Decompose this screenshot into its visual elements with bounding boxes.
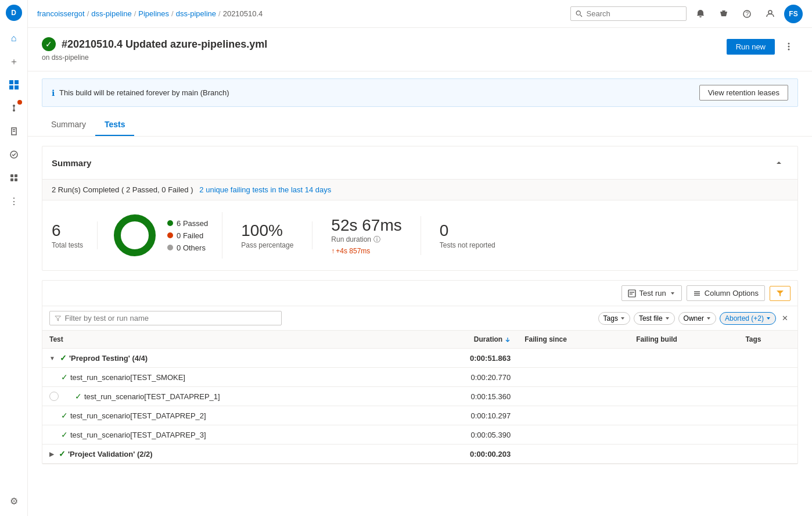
clear-filters-button[interactable]: ✕	[779, 311, 791, 325]
dataprep2-duration: 0:00:10.297	[409, 406, 518, 425]
user-avatar-small[interactable]: D	[6, 5, 22, 21]
sidebar-icon-boards[interactable]	[3, 74, 24, 95]
summary-section-title: Summary	[52, 158, 91, 168]
content-area: ✓ #20210510.4 Updated azure-pipelines.ym…	[28, 28, 812, 516]
donut-chart	[112, 212, 158, 259]
column-options-button[interactable]: Column Options	[687, 285, 765, 301]
filter-input-box[interactable]	[49, 311, 282, 325]
legend-others: 0 Others	[167, 243, 208, 252]
sidebar-icon-testplans[interactable]	[3, 144, 24, 165]
pipeline-more-options[interactable]	[779, 37, 798, 56]
col-failing-build: Failing build	[629, 331, 738, 349]
smoke-duration: 0:00:20.770	[409, 368, 518, 387]
svg-point-19	[788, 43, 790, 45]
test-dataprep1-cell: ✓ test_run_scenario[TEST_DATAPREP_1]	[42, 387, 409, 406]
expand-preprod-icon[interactable]: ▼	[49, 355, 55, 361]
aborted-filter-pill[interactable]: Aborted (+2)	[720, 312, 776, 325]
owner-filter-pill[interactable]: Owner	[678, 312, 716, 325]
table-header: Test Duration Failing since Failing buil…	[42, 331, 797, 349]
breadcrumb-org[interactable]: francoissergot	[37, 9, 85, 18]
tab-tests[interactable]: Tests	[95, 114, 135, 136]
breadcrumb-pipelines[interactable]: Pipelines	[138, 9, 169, 18]
test-table: Test Duration Failing since Failing buil…	[42, 331, 797, 464]
legend-dot-passed	[167, 220, 173, 226]
sort-icon	[505, 336, 511, 342]
stat-pass-pct: 100% Pass percentage	[222, 221, 312, 249]
summary-collapse-icon[interactable]	[770, 153, 788, 172]
check-smoke-icon: ✓	[61, 372, 68, 382]
legend-passed: 6 Passed	[167, 219, 208, 228]
duration-info-icon: ⓘ	[373, 235, 380, 245]
user-settings-icon[interactable]	[761, 5, 779, 23]
duration-number: 52s 67ms	[331, 216, 401, 235]
pipeline-title: #20210510.4 Updated azure-pipelines.yml	[62, 38, 267, 51]
group-validation-cell: ▶ ✓ 'Project Validation' (2/2)	[42, 445, 409, 464]
check-dataprep3-icon: ✓	[61, 430, 68, 439]
breadcrumb-pipeline-name[interactable]: dss-pipeline	[176, 9, 216, 18]
pass-pct-number: 100%	[241, 221, 293, 240]
svg-line-15	[580, 15, 582, 16]
col-tags: Tags	[738, 331, 797, 349]
test-file-filter-pill[interactable]: Test file	[634, 312, 675, 325]
search-icon	[576, 10, 583, 18]
donut-chart-area: 6 Passed 0 Failed 0 Others	[98, 212, 222, 259]
sidebar-icon-pipelines[interactable]	[3, 98, 24, 119]
svg-rect-2	[9, 85, 13, 89]
basket-icon[interactable]	[714, 5, 733, 23]
topnav-right: ? FS	[570, 5, 803, 23]
pipeline-title-row: ✓ #20210510.4 Updated azure-pipelines.ym…	[42, 37, 267, 51]
view-retention-leases-button[interactable]: View retention leases	[699, 85, 788, 101]
sidebar-icon-extensions[interactable]: ⋮	[3, 191, 24, 212]
sidebar-icon-add[interactable]: ＋	[3, 51, 24, 72]
pipeline-header: ✓ #20210510.4 Updated azure-pipelines.ym…	[28, 28, 812, 71]
check-validation-icon: ✓	[59, 449, 66, 458]
tags-filter-pill[interactable]: Tags	[598, 312, 630, 325]
user-avatar[interactable]: FS	[784, 5, 803, 23]
table-row: ✓ test_run_scenario[TEST_DATAPREP_1] 0:0…	[42, 387, 797, 406]
sidebar-icon-artifacts[interactable]	[3, 167, 24, 188]
svg-rect-10	[10, 174, 13, 177]
legend-dot-failed	[167, 232, 173, 238]
legend-dot-others	[167, 245, 173, 250]
table-row: ▶ ✓ 'Project Validation' (2/2) 0:00:00.2…	[42, 445, 797, 464]
tab-summary[interactable]: Summary	[42, 114, 95, 136]
filter-text-input[interactable]	[64, 314, 276, 322]
col-test: Test	[42, 331, 409, 349]
help-icon[interactable]: ?	[738, 5, 756, 23]
svg-rect-12	[10, 178, 13, 181]
expand-validation-icon[interactable]: ▶	[49, 451, 54, 457]
info-banner: ℹ This build will be retained forever by…	[42, 78, 798, 107]
svg-rect-24	[628, 290, 635, 297]
sidebar: D ⌂ ＋ ⋮ ⚙	[0, 0, 28, 516]
table-body: ▼ ✓ 'Preprod Testing' (4/4) 0:00:51.863	[42, 349, 797, 464]
pipeline-subtitle: on dss-pipeline	[42, 53, 267, 62]
stats-row: 6 Total tests 6 Passed	[42, 200, 797, 270]
filter-icon	[776, 289, 784, 298]
search-box[interactable]	[570, 6, 687, 21]
search-input[interactable]	[587, 9, 681, 18]
dataprep1-duration: 0:00:15.360	[409, 387, 518, 406]
table-row: ✓ test_run_scenario[TEST_DATAPREP_2] 0:0…	[42, 406, 797, 425]
run-new-button[interactable]: Run new	[727, 39, 775, 55]
svg-rect-0	[9, 80, 13, 84]
test-run-chevron-icon	[670, 291, 676, 296]
failing-tests-link[interactable]: 2 unique failing tests in the last 14 da…	[199, 185, 331, 194]
breadcrumb: francoissergot / dss-pipeline / Pipeline…	[37, 9, 566, 18]
info-icon: ℹ	[52, 88, 55, 98]
row-select-radio[interactable]	[49, 392, 59, 401]
notifications-icon[interactable]	[691, 5, 710, 23]
svg-rect-11	[15, 174, 17, 177]
col-duration[interactable]: Duration	[409, 331, 518, 349]
duration-delta: ↑ +4s 857ms	[331, 247, 401, 255]
filter-active-icon[interactable]	[770, 286, 791, 301]
summary-header: Summary	[42, 146, 797, 180]
sidebar-icon-repos[interactable]	[3, 121, 24, 142]
preprod-failing-build	[629, 349, 738, 368]
breadcrumb-project[interactable]: dss-pipeline	[91, 9, 131, 18]
sidebar-icon-settings[interactable]: ⚙	[3, 490, 24, 511]
sidebar-icon-overview[interactable]: ⌂	[3, 28, 24, 49]
preprod-failing-since	[518, 349, 629, 368]
svg-point-5	[13, 109, 15, 112]
test-run-dropdown-button[interactable]: Test run	[621, 285, 682, 301]
stat-total-tests: 6 Total tests	[52, 221, 98, 249]
